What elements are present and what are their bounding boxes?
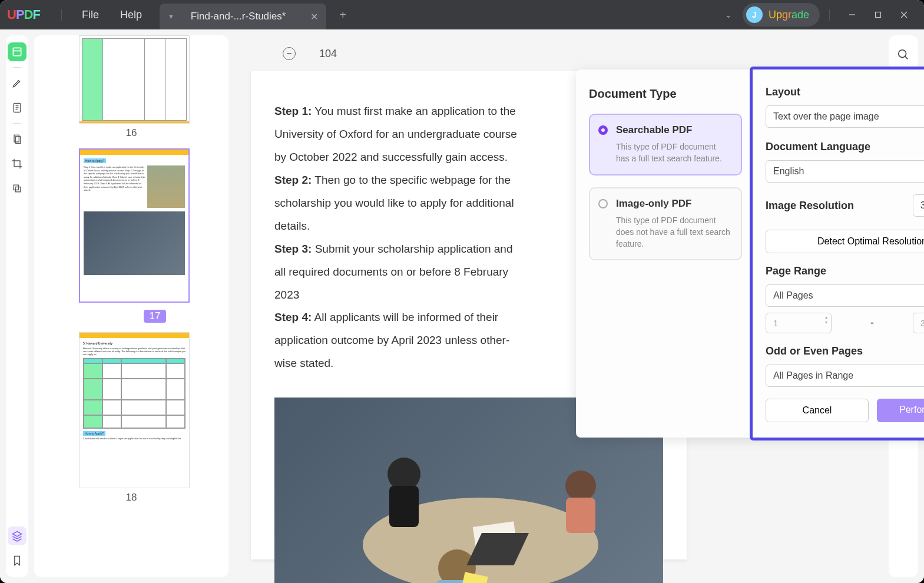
layout-label: Layout [766, 86, 924, 98]
window-minimize[interactable] [839, 3, 865, 26]
svg-rect-13 [389, 486, 419, 527]
range-from-input[interactable]: 1 [766, 313, 832, 333]
app-logo: UPDF [7, 7, 40, 22]
edit-tool[interactable] [8, 98, 27, 117]
svg-rect-10 [16, 187, 21, 192]
copy-tool[interactable] [8, 179, 27, 198]
divider [61, 9, 62, 21]
thumb-label: 16 [79, 127, 184, 139]
detect-resolution-button[interactable]: Detect Optimal Resolution [766, 230, 924, 253]
svg-rect-4 [13, 48, 21, 55]
option-desc: This type of PDF document has a full tex… [616, 141, 730, 165]
zoom-controls: − 104 [283, 47, 337, 60]
res-dropdown[interactable]: 300 dpi [913, 194, 924, 217]
doc-type-panel: Document Type Searchable PDF This type o… [576, 69, 753, 438]
svg-rect-8 [16, 137, 21, 144]
option-title: Image-only PDF [616, 198, 730, 210]
highlighter-tool[interactable] [8, 74, 27, 92]
svg-point-12 [388, 458, 420, 491]
new-tab-button[interactable]: + [339, 8, 346, 22]
titlebar: UPDF File Help ▼ Find-and-...r-Studies* … [0, 0, 924, 29]
lang-label: Document Language [766, 141, 924, 153]
svg-rect-7 [14, 135, 19, 142]
crop-tool[interactable] [8, 154, 27, 173]
range-to-input[interactable]: 30 [913, 313, 924, 333]
odd-even-dropdown[interactable]: All Pages in Range [766, 365, 924, 387]
thumbnail-panel[interactable]: 16 How to Apply? Step 1 You must first m… [34, 35, 228, 577]
thumb-label-active: 17 [144, 310, 167, 323]
range-label: Page Range [766, 265, 924, 277]
divider [13, 123, 21, 124]
radio-icon [598, 199, 608, 208]
thumb-17[interactable]: How to Apply? Step 1 You must first make… [79, 148, 184, 323]
divider [13, 67, 21, 68]
chevron-down-icon[interactable]: ⌄ [725, 10, 732, 19]
menu-file[interactable]: File [71, 5, 110, 25]
left-toolbar [6, 35, 28, 577]
zoom-value: 104 [319, 48, 337, 60]
main-view: − 104 Step 1: You must first make an app… [234, 35, 883, 577]
cancel-button[interactable]: Cancel [766, 399, 869, 422]
tab-close-icon[interactable]: ✕ [310, 11, 318, 22]
range-dropdown[interactable]: All Pages [766, 284, 924, 307]
image-only-pdf-option[interactable]: Image-only PDF This type of PDF document… [589, 187, 742, 261]
searchable-pdf-option[interactable]: Searchable PDF This type of PDF document… [589, 114, 742, 175]
tab-title: Find-and-...r-Studies* [181, 11, 304, 22]
document-tab[interactable]: ▼ Find-and-...r-Studies* ✕ [160, 4, 326, 29]
perform-ocr-button[interactable]: Perform OCR [877, 399, 924, 422]
ocr-popover: Document Type Searchable PDF This type o… [576, 69, 924, 438]
svg-rect-1 [876, 12, 881, 18]
tab-dropdown-icon[interactable]: ▼ [168, 13, 174, 20]
search-icon[interactable] [895, 46, 912, 64]
upgrade-button[interactable]: J Upgrade [743, 3, 820, 26]
layout-dropdown[interactable]: Text over the page image [766, 105, 924, 128]
thumb-18[interactable]: 5. Harvard University Harvard University… [79, 332, 184, 504]
window-maximize[interactable] [865, 3, 891, 26]
window-close[interactable] [891, 3, 917, 26]
pages-tool[interactable] [8, 130, 27, 148]
user-avatar: J [746, 6, 763, 23]
svg-line-23 [905, 57, 908, 59]
layers-tool[interactable] [8, 526, 27, 545]
divider [829, 9, 830, 21]
range-dash: - [836, 317, 908, 329]
lang-dropdown[interactable]: English [766, 160, 924, 183]
ocr-settings-panel: ? Layout Text over the page image Docume… [753, 69, 924, 438]
svg-point-18 [565, 471, 596, 501]
upgrade-label: Upgrade [769, 9, 809, 21]
svg-rect-9 [14, 185, 18, 190]
thumb-16[interactable]: 16 [79, 35, 184, 139]
bookmark-tool[interactable] [8, 551, 27, 570]
doc-type-title: Document Type [589, 87, 742, 101]
thumbnails-tool[interactable] [8, 42, 27, 61]
menu-help[interactable]: Help [110, 5, 153, 25]
odd-even-label: Odd or Even Pages [766, 345, 924, 357]
radio-icon [598, 125, 608, 135]
option-desc: This type of PDF document does not have … [616, 214, 730, 250]
option-title: Searchable PDF [616, 124, 730, 136]
thumb-label: 18 [79, 492, 184, 504]
zoom-out-button[interactable]: − [283, 47, 296, 60]
svg-point-22 [899, 50, 906, 58]
res-label: Image Resolution [766, 200, 907, 212]
svg-rect-19 [566, 498, 595, 533]
